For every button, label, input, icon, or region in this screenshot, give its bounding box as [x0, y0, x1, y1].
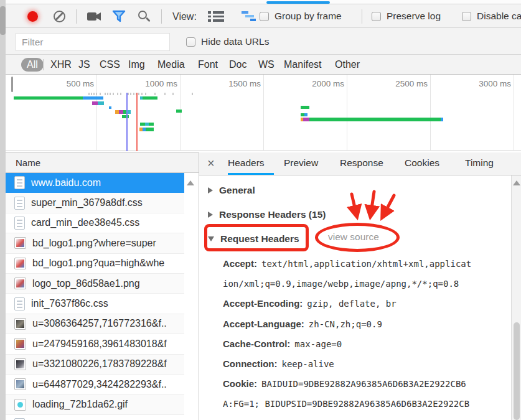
- view-label: View:: [172, 11, 197, 22]
- request-row[interactable]: u=3086364257,716772316&f..: [6, 314, 184, 334]
- request-name: init_7637f86c.css: [31, 298, 108, 309]
- event-line-domcontentloaded: [126, 93, 128, 151]
- thumbnail-fill: [16, 340, 24, 348]
- request-row[interactable]: u=3321080226,1783789228&f: [6, 355, 184, 375]
- network-toolbar: View: Group by frame Preserve log Disabl…: [6, 5, 521, 28]
- waterfall-bar: [441, 118, 443, 121]
- timeline-tick-mark: [145, 93, 146, 95]
- timeline-tick-mark: [105, 93, 106, 95]
- filter-tab-all[interactable]: All: [21, 58, 44, 72]
- waterfall-bar: [301, 106, 309, 109]
- request-row[interactable]: loading_72b1da62.gif: [6, 394, 184, 414]
- waterfall-bar: [83, 96, 103, 100]
- page-scrollbar[interactable]: [0, 0, 6, 420]
- request-row[interactable]: [6, 415, 184, 420]
- disable-cache-checkbox[interactable]: Disable ca: [462, 11, 521, 22]
- request-row[interactable]: bd_logo1.png?qua=high&whe: [6, 254, 184, 274]
- tab-headers[interactable]: Headers: [228, 157, 265, 169]
- request-row[interactable]: www.baidu.com: [6, 173, 184, 193]
- filter-tab-other[interactable]: Other: [335, 58, 360, 72]
- filter-tab-media[interactable]: Media: [157, 58, 185, 72]
- timeline-tick-mark: [100, 93, 101, 95]
- timeline-overview[interactable]: 500 ms1000 ms1500 ms2000 ms2500 ms3000 m…: [6, 75, 521, 151]
- timeline-tick-mark: [93, 93, 95, 95]
- filter-row: Hide data URLs: [6, 28, 521, 55]
- search-icon[interactable]: [138, 11, 147, 19]
- request-name: u=2479459168,3961483018&f: [32, 338, 167, 350]
- group-by-frame-checkbox[interactable]: Group by frame: [260, 11, 342, 22]
- screenshot-camera-icon[interactable]: [87, 12, 101, 21]
- close-icon[interactable]: ×: [207, 156, 215, 170]
- checkbox-icon[interactable]: [372, 12, 381, 21]
- waterfall-bar: [122, 115, 129, 118]
- request-row[interactable]: u=2479459168,3961483018&f: [6, 334, 184, 354]
- filter-tab-ws[interactable]: WS: [258, 58, 275, 72]
- filter-funnel-icon[interactable]: [112, 10, 126, 22]
- tab-timing[interactable]: Timing: [465, 157, 494, 169]
- filter-tab-font[interactable]: Font: [198, 58, 218, 72]
- request-row[interactable]: u=644877029,3424282293&f..: [6, 375, 184, 394]
- image-thumbnail-icon: [14, 318, 26, 330]
- name-column-header[interactable]: Name: [6, 152, 199, 173]
- tab-preview[interactable]: Preview: [284, 157, 318, 169]
- waterfall-bar: [92, 101, 98, 105]
- request-name: super_min_3679a8df.css: [31, 197, 143, 208]
- request-list-scrollbar[interactable]: [184, 173, 199, 420]
- request-row[interactable]: card_min_dee38e45.css: [6, 213, 184, 233]
- preserve-log-checkbox[interactable]: Preserve log: [372, 11, 441, 22]
- timeline-tick-mark: [130, 93, 131, 95]
- view-list-icon[interactable]: [208, 11, 224, 22]
- section-response-headers-[interactable]: Response Headers (15): [208, 207, 326, 222]
- header-line: 6A; PSTM=1534390514; BDUSS=TJ-M65Qfkd4-H…: [223, 417, 469, 420]
- scroll-up-icon[interactable]: [513, 180, 520, 185]
- thumbnail-fill: [17, 402, 23, 408]
- request-name: bd_logo1.png?where=super: [32, 238, 156, 249]
- filter-tab-manifest[interactable]: Manifest: [284, 58, 321, 72]
- timeline-tick-mark: [128, 93, 129, 95]
- header-line: Accept:text/html,application/xhtml+xml,a…: [223, 256, 471, 271]
- tab-cookies[interactable]: Cookies: [405, 157, 439, 169]
- filter-tab-css[interactable]: CSS: [100, 58, 120, 72]
- filter-tab-js[interactable]: JS: [78, 58, 90, 72]
- hide-data-urls-checkbox[interactable]: Hide data URLs: [186, 36, 269, 47]
- filter-input[interactable]: [16, 33, 170, 51]
- record-icon[interactable]: [27, 11, 38, 22]
- headers-scrollbar-thumb[interactable]: [514, 322, 520, 420]
- request-name: card_min_dee38e45.css: [31, 217, 139, 228]
- request-row[interactable]: bd_logo1.png?where=super: [6, 233, 184, 253]
- filter-tab-xhr[interactable]: XHR: [50, 58, 72, 72]
- thumbnail-fill: [16, 320, 24, 328]
- active-tab-underline: [228, 173, 274, 175]
- page-scrollbar-thumb[interactable]: [0, 6, 6, 35]
- view-waterfall-icon[interactable]: [241, 11, 258, 21]
- request-row[interactable]: super_min_3679a8df.css: [6, 193, 184, 213]
- request-row[interactable]: logo_top_86d58ae1.png: [6, 274, 184, 294]
- scroll-up-icon[interactable]: [187, 180, 194, 185]
- timeline-grip[interactable]: [11, 77, 13, 92]
- waterfall-bar: [119, 110, 123, 114]
- document-icon: [14, 197, 25, 210]
- header-line: A:FG=1; BIDUPSID=9DBE92882A96385A6D6B3A2…: [223, 396, 469, 411]
- request-name: www.baidu.com: [31, 177, 101, 189]
- preserve-log-label: Preserve log: [387, 11, 441, 22]
- checkbox-icon[interactable]: [186, 37, 195, 47]
- timeline-tick-mark: [172, 93, 174, 95]
- waterfall-bar: [140, 123, 145, 126]
- section-general[interactable]: General: [208, 183, 255, 198]
- request-name: loading_72b1da62.gif: [32, 399, 128, 410]
- document-icon: [14, 297, 25, 310]
- filter-tab-img[interactable]: Img: [128, 58, 145, 72]
- checkbox-icon[interactable]: [462, 12, 471, 21]
- request-row[interactable]: init_7637f86c.css: [6, 294, 184, 314]
- document-icon: [14, 217, 25, 230]
- headers-scrollbar[interactable]: [511, 175, 521, 420]
- timeline-tick-mark: [133, 93, 134, 95]
- toolbar-divider: [161, 9, 162, 24]
- timeline-gridline: [180, 75, 181, 151]
- header-key: Connection:: [223, 358, 282, 369]
- clear-icon[interactable]: [54, 11, 65, 22]
- checkbox-icon[interactable]: [260, 12, 269, 21]
- tab-response[interactable]: Response: [340, 157, 383, 169]
- filter-tab-doc[interactable]: Doc: [229, 58, 246, 72]
- image-thumbnail-icon: [14, 378, 26, 390]
